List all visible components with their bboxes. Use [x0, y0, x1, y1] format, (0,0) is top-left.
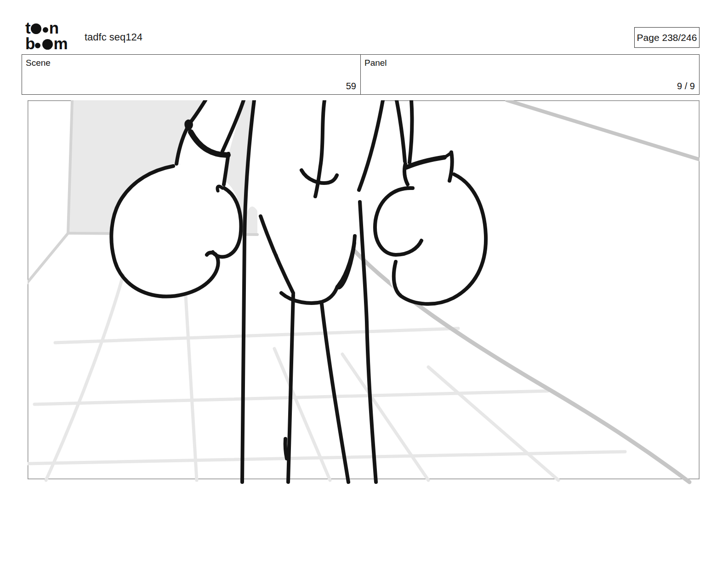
logo-dot-icon [43, 27, 48, 33]
right-leg-inner [322, 304, 348, 482]
logo-letter: b [25, 37, 34, 50]
panel-label: Panel [364, 58, 387, 68]
logo-dot-icon [42, 39, 53, 50]
page-number-box: Page 238/246 [634, 27, 700, 48]
left-leg-inner [288, 295, 293, 482]
storyboard-export-page: tn bm tadfc seq124 Page 238/246 Scene 59… [0, 0, 728, 563]
panel-number: 9 / 9 [677, 81, 695, 92]
scene-panel-info-bar: Scene 59 Panel 9 / 9 [22, 54, 700, 95]
scene-label: Scene [26, 58, 51, 68]
page-number-label: Page 238/246 [637, 32, 697, 43]
panel-cell: Panel 9 / 9 [361, 55, 699, 94]
right-leg-outer [360, 202, 376, 482]
storyboard-drawing-panel [28, 100, 700, 485]
logo-letter: n [49, 21, 58, 34]
scene-cell: Scene 59 [22, 55, 361, 94]
logo-letter: t [25, 21, 30, 34]
logo-line-1: tn [25, 20, 80, 36]
logo-line-2: bm [25, 36, 80, 52]
upper-right-wall-edge [507, 100, 700, 160]
project-title: tadfc seq124 [85, 31, 142, 43]
toonboom-logo: tn bm [25, 20, 80, 52]
scene-number: 59 [346, 81, 356, 92]
logo-dot-icon [31, 23, 41, 34]
right-arm-outline [397, 100, 405, 161]
logo-dot-icon [35, 43, 40, 48]
logo-letter: m [53, 37, 67, 50]
right-arm-outline [410, 100, 412, 162]
storyboard-sketch-image [28, 100, 700, 485]
sketch-stray-stroke [285, 439, 287, 459]
floor-grid-lines [28, 275, 625, 480]
